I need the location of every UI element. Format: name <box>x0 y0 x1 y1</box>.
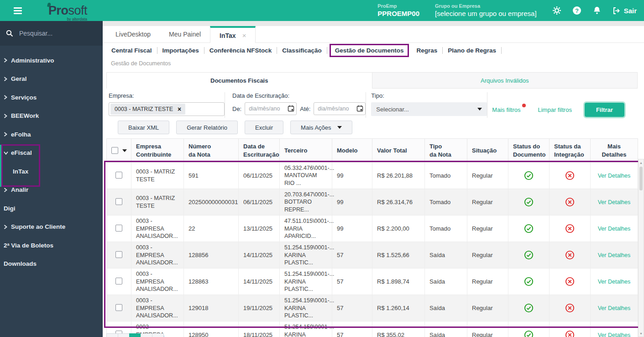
pagination-button[interactable]: 1 <box>129 333 141 337</box>
close-icon[interactable]: × <box>242 28 246 43</box>
caret-down-icon <box>337 126 342 129</box>
ver-detalhes-link[interactable]: Ver Detalhes <box>598 332 631 337</box>
data-escrituracao-label: Data de Escrituração: <box>232 92 366 99</box>
pagination-button[interactable]: ‹ <box>118 333 130 337</box>
chevron-right-icon <box>4 114 8 118</box>
tab-arquivos-invalidos[interactable]: Arquivos Inválidos <box>372 72 638 89</box>
modelo-cell: 57 <box>332 242 372 269</box>
date-to-input[interactable] <box>314 102 366 115</box>
tipo-select[interactable]: Selecionar... <box>371 102 487 116</box>
table-actions: Baixar XML Gerar Relatório Excluir Mais … <box>106 121 638 134</box>
row-checkbox[interactable] <box>115 198 122 205</box>
status-error-icon <box>565 331 575 337</box>
table-row: 0003 - MATRIZ TESTE 591 06/11/2025 05.33… <box>107 163 638 189</box>
module-tab[interactable]: Gestão de Documentos <box>330 44 409 57</box>
window-tab[interactable]: Meu Painel <box>160 26 210 42</box>
action-button[interactable]: Mais Ações <box>290 121 352 134</box>
module-tab[interactable]: Plano de Regras <box>443 47 502 54</box>
ver-detalhes-link[interactable]: Ver Detalhes <box>598 173 631 179</box>
status-error-icon <box>565 172 575 179</box>
window-tab[interactable]: InTax × <box>210 26 256 43</box>
gear-icon[interactable] <box>552 6 561 15</box>
caret-down-icon <box>477 108 482 111</box>
scrollbar-thumb[interactable] <box>639 167 643 190</box>
bell-icon[interactable] <box>592 6 602 15</box>
table-row: 0003 - EMPRESA ANALISADOR... 129018 19/1… <box>107 295 638 321</box>
empresa-chip-label: 0003 - MATRIZ TESTE <box>115 106 173 112</box>
sidebar-item[interactable]: InTax <box>0 162 103 181</box>
sidebar-item[interactable]: 2ª Via de Boletos <box>0 236 103 255</box>
numero-nota-cell: 128950 <box>184 321 239 337</box>
module-tab[interactable]: Importações <box>157 47 204 54</box>
sidebar-item[interactable]: eFolha <box>0 125 103 144</box>
tab-documentos-fiscais[interactable]: Documentos Fiscais <box>106 72 372 89</box>
row-checkbox[interactable] <box>115 304 122 311</box>
sidebar-item[interactable]: eFiscal <box>0 144 103 163</box>
table-body: 0003 - MATRIZ TESTE 591 06/11/2025 05.33… <box>107 163 638 337</box>
main-content: LiveDesktop Meu Painel InTax × Central F… <box>103 21 644 337</box>
sidebar-item[interactable]: Digi <box>0 199 103 218</box>
sidebar-item-label: 2ª Via de Boletos <box>4 242 53 249</box>
selection-menu-caret-icon[interactable] <box>122 149 127 152</box>
ver-detalhes-link[interactable]: Ver Detalhes <box>598 199 631 205</box>
grupo-empresa-label: Grupo ou Empresa <box>435 3 537 10</box>
tipo-label: Tipo: <box>371 92 487 99</box>
ver-detalhes-link[interactable]: Ver Detalhes <box>598 252 631 258</box>
hamburger-menu-icon[interactable] <box>14 6 22 16</box>
sidebar-item[interactable]: Geral <box>0 70 103 89</box>
documents-table: EmpresaContribuinte Númeroda Nota Data d… <box>106 138 638 337</box>
window-tab[interactable]: LiveDesktop <box>106 26 160 42</box>
sidebar-menu: Administrativo Geral Serviços <box>0 46 103 273</box>
row-checkbox[interactable] <box>115 278 122 284</box>
chip-remove-icon[interactable]: × <box>178 105 181 113</box>
module-tab[interactable]: Conferência NFStock <box>204 47 277 54</box>
row-checkbox[interactable] <box>115 172 122 179</box>
action-button[interactable]: Excluir <box>245 121 283 134</box>
date-from-input[interactable] <box>245 102 297 115</box>
pagination-button[interactable]: › <box>152 333 164 337</box>
action-button[interactable]: Gerar Relatório <box>176 121 238 134</box>
pagination-button[interactable]: « <box>106 333 118 337</box>
limpar-filtros-link[interactable]: Limpar filtros <box>538 106 571 113</box>
ver-detalhes-link[interactable]: Ver Detalhes <box>598 226 631 232</box>
select-all-checkbox[interactable] <box>111 147 118 154</box>
sidebar-item[interactable]: Administrativo <box>0 51 103 70</box>
sidebar-item[interactable]: Analir <box>0 181 103 200</box>
mais-filtros-link[interactable]: Mais filtros <box>492 106 520 113</box>
sidebar-item[interactable]: BEEWork <box>0 107 103 126</box>
module-tab[interactable]: Classificação <box>277 47 327 54</box>
logout-button[interactable]: Sair <box>613 7 637 15</box>
grupo-empresa-value[interactable]: [selecione um grupo ou empresa] <box>435 10 537 18</box>
column-header: Data deEscrituração <box>239 139 280 163</box>
sidebar-item[interactable]: Serviços <box>0 88 103 107</box>
pagination-button[interactable]: 2 <box>141 333 152 337</box>
pagination: «‹12› <box>106 333 163 337</box>
ver-detalhes-link[interactable]: Ver Detalhes <box>598 279 631 285</box>
sidebar-item[interactable]: Downloads <box>0 255 103 274</box>
ver-detalhes-link[interactable]: Ver Detalhes <box>598 305 631 311</box>
column-header: Númeroda Nota <box>184 139 239 163</box>
chevron-right-icon <box>4 77 8 81</box>
vertical-scrollbar[interactable]: ▲ ▼ <box>638 159 644 337</box>
scroll-down-icon[interactable]: ▼ <box>639 330 644 337</box>
row-checkbox[interactable] <box>115 251 122 258</box>
action-button[interactable]: Baixar XML <box>118 121 169 134</box>
logout-label: Sair <box>624 7 637 15</box>
action-button-label: Mais Ações <box>301 124 331 131</box>
sidebar-item[interactable]: Suporte ao Cliente <box>0 218 103 237</box>
data-escrituracao-cell: 06/11/2025 <box>239 189 280 216</box>
sidebar-search[interactable]: Pesquisar... <box>0 21 103 46</box>
scroll-up-icon[interactable]: ▲ <box>639 159 644 166</box>
numero-nota-cell: 129018 <box>184 295 239 321</box>
empresa-input[interactable]: 0003 - MATRIZ TESTE × <box>109 102 225 116</box>
row-select-cell <box>107 242 131 269</box>
row-checkbox[interactable] <box>115 225 122 232</box>
situacao-cell: Regular <box>467 216 508 242</box>
filtrar-button[interactable]: Filtrar <box>585 103 624 117</box>
module-tab[interactable]: Regras <box>411 47 443 54</box>
module-tab[interactable]: Central Fiscal <box>106 47 157 54</box>
grupo-empresa-field[interactable]: Grupo ou Empresa [selecione um grupo ou … <box>435 3 537 18</box>
data-escrituracao-cell: 14/11/2025 <box>239 242 280 269</box>
sidebar-item-label: Administrativo <box>11 57 54 64</box>
help-icon[interactable]: ? <box>572 6 581 15</box>
